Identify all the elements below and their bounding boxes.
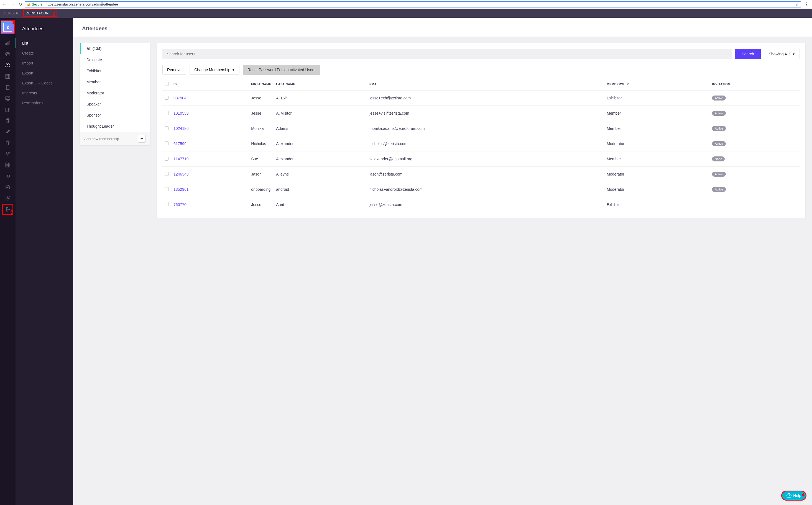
add-membership-button[interactable]: + (138, 135, 146, 143)
row-id-link[interactable]: 987504 (173, 96, 187, 100)
browser-chrome: ← → ⟳ 🔒 Secure | https://zeristacon.zeri… (0, 0, 812, 9)
annotation-1: z 1 (1, 20, 15, 34)
col-invitation[interactable]: INVITATION (710, 78, 800, 91)
content: Attendees All (134) Delegate Exhibitor M… (73, 18, 812, 505)
filter-member[interactable]: Member (80, 76, 150, 88)
sidebar-item-export[interactable]: Export (15, 68, 73, 78)
filter-speaker[interactable]: Speaker (80, 99, 150, 110)
row-id-link[interactable]: 1246343 (173, 172, 189, 176)
trophy-icon[interactable] (0, 148, 15, 159)
col-first[interactable]: FIRST NAME (249, 78, 274, 91)
sidebar-item-interests[interactable]: Interests (15, 88, 73, 98)
row-email: jesse+vis@zerista.com (367, 106, 604, 121)
search-button[interactable]: Search (735, 49, 761, 59)
col-last[interactable]: LAST NAME (274, 78, 367, 91)
brush-icon[interactable] (0, 126, 15, 137)
row-checkbox[interactable] (164, 96, 168, 100)
logout-icon[interactable] (5, 206, 11, 212)
row-id-link[interactable]: 760770 (173, 202, 187, 207)
row-id-link[interactable]: 1024186 (173, 126, 189, 131)
table-row: 760770JesseAuritjesse@zerista.comExhibit… (162, 197, 800, 212)
sidebar-item-import[interactable]: Import (15, 58, 73, 68)
search-input[interactable] (162, 49, 732, 59)
top-nav-zerista[interactable]: ZERISTA (3, 11, 18, 15)
row-checkbox[interactable] (164, 111, 168, 115)
presentation-icon[interactable] (0, 93, 15, 104)
link-icon[interactable] (0, 171, 15, 182)
filter-exhibitor[interactable]: Exhibitor (80, 65, 150, 76)
sidebar-item-list[interactable]: List (15, 38, 73, 48)
copy-icon[interactable] (0, 115, 15, 126)
badge-icon[interactable] (0, 182, 15, 193)
top-nav: ZERISTA ZERISTACON 2 (0, 9, 812, 18)
row-email: monika.adams@euroforum.com (367, 121, 604, 136)
sidebar-item-create[interactable]: Create (15, 48, 73, 58)
reload-icon[interactable]: ⟳ (19, 2, 22, 7)
content-body: All (134) Delegate Exhibitor Member Mode… (73, 36, 812, 505)
remove-button[interactable]: Remove (162, 65, 186, 75)
url-bar[interactable]: 🔒 Secure | https://zeristacon.zerista.co… (25, 1, 801, 7)
col-membership[interactable]: MEMBERSHIP (604, 78, 710, 91)
top-nav-zeristacon[interactable]: ZERISTACON (26, 11, 48, 15)
row-id-link[interactable]: 1352961 (173, 187, 189, 192)
svg-rect-26 (6, 142, 8, 145)
grid-icon[interactable] (0, 71, 15, 82)
row-last: Alleyne (274, 167, 367, 182)
row-checkbox[interactable] (164, 126, 168, 130)
sort-button[interactable]: Showing A-Z▼ (764, 49, 800, 59)
gear-icon[interactable] (0, 193, 15, 204)
browser-menu-icon[interactable]: ⋮ (803, 2, 810, 7)
svg-rect-7 (6, 74, 10, 78)
row-id-link[interactable]: 1147719 (173, 157, 189, 161)
filter-delegate[interactable]: Delegate (80, 54, 150, 65)
annotation-label-1: 1 (12, 20, 15, 25)
svg-rect-3 (6, 53, 9, 55)
filter-all[interactable]: All (134) (80, 43, 150, 54)
logo[interactable]: z (3, 23, 12, 31)
secure-label: Secure (32, 2, 42, 6)
bookmark-icon[interactable]: ☆ (795, 2, 799, 7)
chat-icon[interactable] (0, 49, 15, 60)
content-header: Attendees (73, 18, 812, 36)
row-checkbox[interactable] (164, 157, 168, 161)
row-id-link[interactable]: 1010553 (173, 111, 189, 116)
map-icon[interactable] (0, 104, 15, 115)
svg-rect-2 (9, 41, 10, 45)
sidebar-item-permissions[interactable]: Permissions (15, 98, 73, 108)
row-checkbox[interactable] (164, 142, 168, 145)
row-checkbox[interactable] (164, 202, 168, 206)
select-all-checkbox[interactable] (164, 82, 168, 86)
row-email: salexander@acpmail.org (367, 151, 604, 167)
attendees-icon[interactable] (0, 60, 15, 71)
table-row: 1147719SueAlexandersalexander@acpmail.or… (162, 151, 800, 167)
row-membership: Member (604, 121, 710, 136)
row-checkbox[interactable] (164, 187, 168, 191)
back-icon[interactable]: ← (2, 1, 7, 7)
documents-icon[interactable] (0, 137, 15, 148)
row-last: Alexander (274, 136, 367, 151)
dashboard-icon[interactable] (0, 38, 15, 49)
plus-icon: + (140, 136, 143, 142)
table-row: 1010553JesseA. Visitorjesse+vis@zerista.… (162, 106, 800, 121)
sidebar-item-export-qr[interactable]: Export QR Codes (15, 78, 73, 88)
filter-thought-leader[interactable]: Thought Leader (80, 121, 150, 132)
building-icon[interactable] (0, 82, 15, 93)
col-id[interactable]: ID (171, 78, 249, 91)
add-membership-row: + (80, 132, 150, 145)
change-membership-button[interactable]: Change Membership▼ (190, 65, 239, 75)
filter-moderator[interactable]: Moderator (80, 88, 150, 99)
reset-password-button[interactable]: Reset Password For Unactivated Users (243, 65, 320, 75)
filter-sponsor[interactable]: Sponsor (80, 110, 150, 121)
row-first: Jesse (249, 91, 274, 106)
status-badge: Active (712, 141, 726, 146)
annotation-label-3: 3 (10, 209, 13, 215)
table-icon[interactable] (0, 159, 15, 171)
col-email[interactable]: EMAIL (367, 78, 604, 91)
help-widget[interactable]: ? Help 4 (781, 491, 806, 501)
annotation-label-4: 4 (802, 492, 805, 498)
add-membership-input[interactable] (84, 137, 138, 141)
svg-point-42 (7, 198, 9, 199)
row-first: Jesse (249, 106, 274, 121)
row-id-link[interactable]: 617599 (173, 142, 187, 146)
row-checkbox[interactable] (164, 172, 168, 176)
